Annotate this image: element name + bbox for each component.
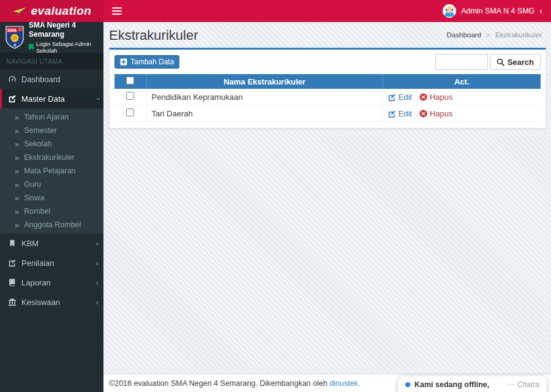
sidebar-subitem-tahun-ajaran[interactable]: » Tahun Ajaran — [0, 110, 103, 124]
chat-widget[interactable]: Kami sedang offline, ⋯ Chatra — [397, 375, 547, 392]
sidebar-item-label: Kesiswaan — [21, 298, 60, 307]
angle-double-right-icon: » — [15, 113, 19, 121]
times-circle-icon — [419, 110, 427, 118]
delete-link[interactable]: Hapus — [419, 92, 453, 102]
select-all-header-cell — [114, 74, 146, 89]
times-circle-icon — [419, 93, 427, 101]
angle-double-right-icon: » — [15, 140, 19, 148]
angle-double-right-icon: » — [15, 208, 19, 216]
sidebar-item-laporan[interactable]: Laporan ‹ — [0, 273, 103, 292]
sidebar-subitem-semester[interactable]: » Semester — [0, 124, 103, 137]
row-name-cell: Pendidikan Kepramukaan — [146, 89, 383, 105]
user-menu[interactable]: Admin SMA N 4 SMG ‹ — [434, 0, 551, 22]
breadcrumb: Dashboard > Ekstrakurikuler — [447, 31, 542, 39]
user-menu-caret-icon: ‹ — [539, 7, 542, 15]
content-header: Ekstrakurikuler Dashboard > Ekstrakuriku… — [103, 22, 551, 48]
chat-menu-dots-icon: ⋯ — [507, 380, 514, 389]
row-name-cell: Tari Daerah — [146, 105, 383, 122]
sidebar-subitem-rombel[interactable]: » Rombel — [0, 205, 103, 218]
edit-square-icon — [8, 94, 17, 103]
delete-label: Hapus — [430, 109, 453, 118]
edit-link[interactable]: Edit — [388, 109, 412, 118]
brand-name: evaluation — [31, 4, 92, 18]
bank-icon — [8, 298, 17, 306]
search-button[interactable]: Search — [490, 54, 541, 70]
plus-square-icon — [120, 58, 127, 66]
name-column-header: Nama Ekstrakurikuler — [146, 74, 383, 89]
crest-number-text: 4 — [13, 43, 16, 47]
table-header-row: Nama Ekstrakurikuler Act. — [114, 74, 541, 89]
chatra-brand: Chatra — [517, 380, 539, 389]
sidebar-subitem-mata-pelajaran[interactable]: » Mata Pelajaran — [0, 164, 103, 178]
sidebar-item-kbm[interactable]: KBM ‹ — [0, 233, 103, 253]
offline-status-dot — [405, 382, 410, 387]
master-data-submenu: » Tahun Ajaran » Semester » Sekolah » Ek… — [0, 108, 103, 233]
bookmark-icon — [8, 239, 17, 247]
sidebar-toggle-button[interactable] — [103, 0, 130, 22]
angle-double-right-icon: » — [15, 127, 19, 135]
sidebar-subitem-sekolah[interactable]: » Sekolah — [0, 137, 103, 151]
sidebar-subitem-ekstrakurikuler[interactable]: » Ekstrakurikuler — [0, 151, 103, 164]
row-checkbox[interactable] — [126, 108, 134, 116]
edit-icon — [388, 93, 396, 101]
paper-plane-icon — [12, 6, 28, 17]
dashboard-gauge-icon — [8, 75, 17, 83]
school-crest-logo: SMA 4 — [6, 26, 24, 49]
brand-logo[interactable]: evaluation — [0, 0, 103, 22]
sidebar-section-header: NAVIGASI UTAMA — [0, 53, 103, 69]
chevron-left-icon: ‹ — [96, 298, 99, 306]
crest-sma-text: SMA — [7, 28, 17, 32]
sidebar-subitem-label: Mata Pelajaran — [24, 167, 75, 175]
page-title: Ekstrakurikuler — [109, 28, 198, 43]
sidebar-subitem-siswa[interactable]: » Siswa — [0, 191, 103, 205]
delete-link[interactable]: Hapus — [419, 109, 453, 118]
search-input[interactable] — [435, 54, 488, 70]
actions-column-header: Act. — [383, 74, 541, 89]
edit-label: Edit — [399, 109, 412, 118]
footer-suffix: . — [358, 379, 360, 388]
sidebar-item-master-data[interactable]: Master Data ‹ — [0, 89, 103, 108]
search-button-label: Search — [508, 58, 534, 67]
sidebar-subitem-guru[interactable]: » Guru — [0, 178, 103, 191]
chevron-down-icon: ‹ — [93, 97, 101, 100]
box-toolbar: Tambah Data Search — [114, 54, 541, 70]
sidebar-subitem-label: Sekolah — [24, 140, 51, 148]
copyright-text: ©2016 evaluation SMA Negeri 4 Semarang. … — [109, 379, 328, 388]
edit-label: Edit — [399, 92, 412, 102]
login-as-label: Login Sebagai Admin Sekolah — [36, 40, 98, 54]
sidebar: SMA 4 SMA Negeri 4 Semarang Login Sebaga… — [0, 22, 103, 392]
breadcrumb-dashboard-link[interactable]: Dashboard — [447, 31, 481, 39]
sidebar-item-label: Dashboard — [21, 75, 61, 84]
breadcrumb-current: Ekstrakurikuler — [495, 31, 542, 39]
ekstrakurikuler-table: Nama Ekstrakurikuler Act. Pendidikan Kep… — [114, 74, 541, 122]
row-checkbox[interactable] — [126, 92, 134, 100]
select-all-checkbox[interactable] — [126, 77, 134, 85]
sidebar-subitem-label: Anggota Rombel — [24, 221, 81, 229]
search-group: Search — [435, 54, 541, 70]
sidebar-item-kesiswaan[interactable]: Kesiswaan ‹ — [0, 292, 103, 312]
chevron-left-icon: ‹ — [96, 279, 99, 287]
chevron-left-icon: ‹ — [96, 259, 99, 267]
add-data-label: Tambah Data — [130, 58, 174, 66]
school-name: SMA Negeri 4 Semarang — [29, 21, 98, 39]
sidebar-item-label: Master Data — [21, 94, 65, 104]
edit-link[interactable]: Edit — [388, 92, 412, 102]
user-avatar — [443, 4, 456, 18]
sidebar-subitem-anggota-rombel[interactable]: » Anggota Rombel — [0, 218, 103, 232]
edit-icon — [388, 110, 396, 118]
top-navbar: evaluation Admin SMA N 4 SMG ‹ — [0, 0, 551, 22]
angle-double-right-icon: » — [15, 181, 19, 189]
sidebar-subitem-label: Ekstrakurikuler — [24, 153, 75, 162]
table-row: Tari Daerah Edit — [114, 105, 541, 122]
sidebar-item-dashboard[interactable]: Dashboard — [0, 69, 103, 89]
dinustek-link[interactable]: dinustek — [329, 379, 358, 388]
search-icon — [497, 58, 504, 66]
sidebar-item-label: KBM — [21, 239, 39, 248]
add-data-button[interactable]: Tambah Data — [114, 55, 179, 69]
school-panel: SMA 4 SMA Negeri 4 Semarang Login Sebaga… — [0, 22, 103, 53]
main-content: Ekstrakurikuler Dashboard > Ekstrakuriku… — [103, 0, 551, 392]
sidebar-item-penilaian[interactable]: Penilaian ‹ — [0, 253, 103, 273]
green-flag-icon — [29, 44, 34, 50]
sidebar-subitem-label: Guru — [24, 180, 41, 189]
delete-label: Hapus — [430, 92, 453, 102]
